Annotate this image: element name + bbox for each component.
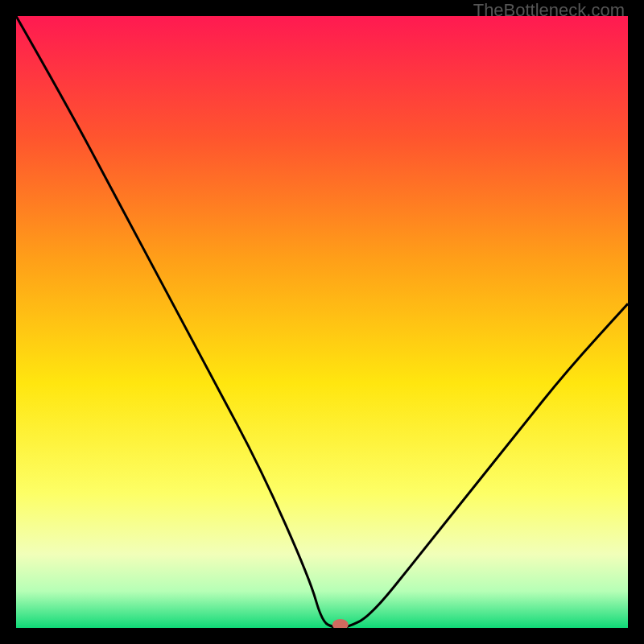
watermark-text: TheBottleneck.com bbox=[473, 0, 625, 21]
chart-background bbox=[16, 16, 628, 628]
chart-frame bbox=[16, 16, 628, 628]
bottleneck-chart bbox=[16, 16, 628, 628]
